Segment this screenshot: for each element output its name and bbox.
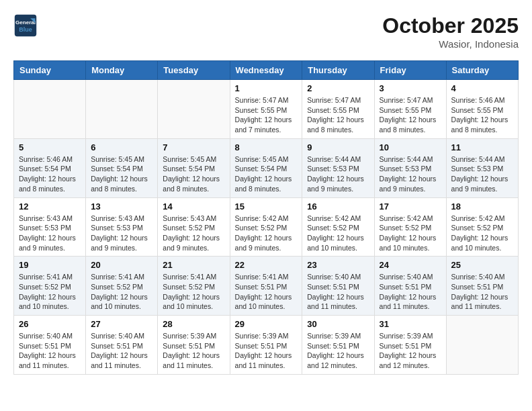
calendar-cell: 23Sunrise: 5:40 AM Sunset: 5:51 PM Dayli… [302,257,374,316]
day-info: Sunrise: 5:39 AM Sunset: 5:51 PM Dayligh… [235,331,298,371]
day-number: 23 [307,260,369,270]
calendar-cell: 31Sunrise: 5:39 AM Sunset: 5:51 PM Dayli… [374,316,446,375]
day-info: Sunrise: 5:40 AM Sunset: 5:51 PM Dayligh… [451,272,513,312]
calendar-cell: 7Sunrise: 5:45 AM Sunset: 5:54 PM Daylig… [158,138,230,197]
day-number: 12 [19,201,81,212]
day-number: 28 [163,319,224,329]
day-info: Sunrise: 5:39 AM Sunset: 5:51 PM Dayligh… [307,331,369,371]
day-info: Sunrise: 5:40 AM Sunset: 5:51 PM Dayligh… [91,331,152,371]
calendar-cell: 6Sunrise: 5:45 AM Sunset: 5:54 PM Daylig… [86,138,158,197]
column-header-friday: Friday [374,61,446,80]
day-info: Sunrise: 5:45 AM Sunset: 5:54 PM Dayligh… [91,154,152,194]
calendar-cell: 2Sunrise: 5:47 AM Sunset: 5:55 PM Daylig… [302,80,374,139]
logo-icon: General Blue [13,13,38,38]
day-number: 4 [451,83,513,93]
calendar-cell [14,80,86,139]
location-title: Wasior, Indonesia [382,38,519,50]
day-number: 25 [451,260,513,270]
day-info: Sunrise: 5:47 AM Sunset: 5:55 PM Dayligh… [307,95,369,135]
day-number: 21 [163,260,224,270]
calendar-week-row: 5Sunrise: 5:46 AM Sunset: 5:54 PM Daylig… [14,138,519,197]
title-block: October 2025 Wasior, Indonesia [382,13,519,50]
day-info: Sunrise: 5:45 AM Sunset: 5:54 PM Dayligh… [235,154,298,194]
day-number: 3 [380,83,441,93]
column-header-wednesday: Wednesday [230,61,302,80]
calendar-cell: 20Sunrise: 5:41 AM Sunset: 5:52 PM Dayli… [86,257,158,316]
day-number: 20 [91,260,152,270]
calendar-cell: 8Sunrise: 5:45 AM Sunset: 5:54 PM Daylig… [230,138,302,197]
calendar-cell: 5Sunrise: 5:46 AM Sunset: 5:54 PM Daylig… [14,138,86,197]
day-number: 7 [163,142,224,152]
column-header-thursday: Thursday [302,61,374,80]
day-info: Sunrise: 5:42 AM Sunset: 5:52 PM Dayligh… [380,214,441,253]
day-number: 1 [235,83,298,93]
day-info: Sunrise: 5:43 AM Sunset: 5:53 PM Dayligh… [19,214,81,253]
calendar-cell: 15Sunrise: 5:42 AM Sunset: 5:52 PM Dayli… [230,197,302,257]
calendar-cell: 18Sunrise: 5:42 AM Sunset: 5:52 PM Dayli… [446,197,518,257]
day-number: 17 [380,201,441,212]
calendar-cell: 17Sunrise: 5:42 AM Sunset: 5:52 PM Dayli… [374,197,446,257]
page-header: General Blue October 2025 Wasior, Indone… [13,13,519,50]
day-info: Sunrise: 5:43 AM Sunset: 5:52 PM Dayligh… [163,214,224,253]
svg-text:General: General [15,19,36,26]
day-info: Sunrise: 5:42 AM Sunset: 5:52 PM Dayligh… [451,214,513,253]
calendar-cell: 14Sunrise: 5:43 AM Sunset: 5:52 PM Dayli… [158,197,230,257]
day-number: 16 [307,201,369,212]
calendar-week-row: 26Sunrise: 5:40 AM Sunset: 5:51 PM Dayli… [14,316,519,375]
calendar-header-row: SundayMondayTuesdayWednesdayThursdayFrid… [14,61,519,80]
day-info: Sunrise: 5:47 AM Sunset: 5:55 PM Dayligh… [380,95,441,135]
day-info: Sunrise: 5:46 AM Sunset: 5:54 PM Dayligh… [19,154,81,194]
day-info: Sunrise: 5:44 AM Sunset: 5:53 PM Dayligh… [451,154,513,194]
calendar-cell [446,316,518,375]
day-number: 26 [19,319,81,329]
day-info: Sunrise: 5:44 AM Sunset: 5:53 PM Dayligh… [380,154,441,194]
day-number: 9 [307,142,369,152]
calendar-cell: 19Sunrise: 5:41 AM Sunset: 5:52 PM Dayli… [14,257,86,316]
calendar-cell: 24Sunrise: 5:40 AM Sunset: 5:51 PM Dayli… [374,257,446,316]
day-number: 18 [451,201,513,212]
calendar-cell [158,80,230,139]
day-info: Sunrise: 5:42 AM Sunset: 5:52 PM Dayligh… [307,214,369,253]
day-number: 27 [91,319,152,329]
day-info: Sunrise: 5:44 AM Sunset: 5:53 PM Dayligh… [307,154,369,194]
day-number: 11 [451,142,513,152]
calendar-table: SundayMondayTuesdayWednesdayThursdayFrid… [13,60,519,375]
calendar-cell: 21Sunrise: 5:41 AM Sunset: 5:52 PM Dayli… [158,257,230,316]
column-header-tuesday: Tuesday [158,61,230,80]
day-number: 10 [380,142,441,152]
day-number: 22 [235,260,298,270]
day-info: Sunrise: 5:41 AM Sunset: 5:51 PM Dayligh… [235,272,298,312]
calendar-cell: 12Sunrise: 5:43 AM Sunset: 5:53 PM Dayli… [14,197,86,257]
month-title: October 2025 [382,13,519,38]
calendar-cell: 1Sunrise: 5:47 AM Sunset: 5:55 PM Daylig… [230,80,302,139]
svg-text:Blue: Blue [19,26,32,33]
calendar-cell: 10Sunrise: 5:44 AM Sunset: 5:53 PM Dayli… [374,138,446,197]
day-number: 29 [235,319,298,329]
day-number: 31 [380,319,441,329]
calendar-cell [86,80,158,139]
calendar-week-row: 1Sunrise: 5:47 AM Sunset: 5:55 PM Daylig… [14,80,519,139]
day-number: 19 [19,260,81,270]
column-header-sunday: Sunday [14,61,86,80]
day-info: Sunrise: 5:41 AM Sunset: 5:52 PM Dayligh… [19,272,81,312]
calendar-week-row: 12Sunrise: 5:43 AM Sunset: 5:53 PM Dayli… [14,197,519,257]
day-number: 24 [380,260,441,270]
day-info: Sunrise: 5:40 AM Sunset: 5:51 PM Dayligh… [307,272,369,312]
day-info: Sunrise: 5:41 AM Sunset: 5:52 PM Dayligh… [163,272,224,312]
day-number: 14 [163,201,224,212]
calendar-cell: 3Sunrise: 5:47 AM Sunset: 5:55 PM Daylig… [374,80,446,139]
day-number: 15 [235,201,298,212]
calendar-cell: 25Sunrise: 5:40 AM Sunset: 5:51 PM Dayli… [446,257,518,316]
calendar-cell: 22Sunrise: 5:41 AM Sunset: 5:51 PM Dayli… [230,257,302,316]
day-info: Sunrise: 5:41 AM Sunset: 5:52 PM Dayligh… [91,272,152,312]
calendar-cell: 9Sunrise: 5:44 AM Sunset: 5:53 PM Daylig… [302,138,374,197]
logo: General Blue [13,13,38,38]
day-info: Sunrise: 5:40 AM Sunset: 5:51 PM Dayligh… [380,272,441,312]
column-header-monday: Monday [86,61,158,80]
calendar-cell: 26Sunrise: 5:40 AM Sunset: 5:51 PM Dayli… [14,316,86,375]
day-info: Sunrise: 5:45 AM Sunset: 5:54 PM Dayligh… [163,154,224,194]
day-info: Sunrise: 5:47 AM Sunset: 5:55 PM Dayligh… [235,95,298,135]
day-info: Sunrise: 5:39 AM Sunset: 5:51 PM Dayligh… [163,331,224,371]
day-number: 5 [19,142,81,152]
column-header-saturday: Saturday [446,61,518,80]
